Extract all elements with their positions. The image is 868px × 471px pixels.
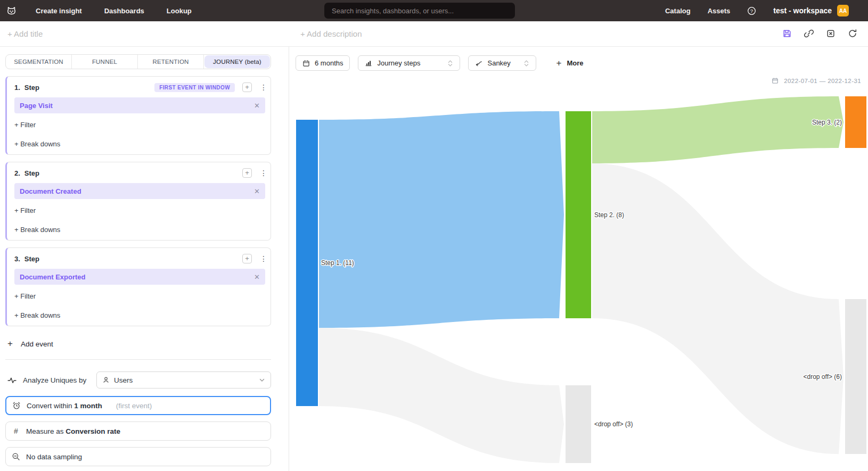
more-options-button[interactable]: + More	[550, 55, 589, 71]
first-event-badge: FIRST EVENT IN WINDOW	[154, 83, 235, 92]
navbar-right: Catalog Assets ? test - workspace AA	[648, 5, 849, 16]
event-row[interactable]: Document Created ✕	[14, 183, 265, 199]
analyze-by-select[interactable]: Users	[96, 371, 271, 389]
hash-icon: #	[12, 427, 20, 435]
svg-text:?: ?	[750, 7, 753, 13]
sankey-link-step1-drop3[interactable]	[319, 328, 564, 463]
app-logo-cat-icon[interactable]	[5, 5, 18, 17]
chart-type-select[interactable]: Sankey	[468, 55, 536, 71]
tab-retention[interactable]: RETENTION	[138, 55, 204, 69]
calendar-icon	[302, 60, 310, 67]
nav-assets[interactable]: Assets	[708, 7, 731, 15]
activity-icon	[7, 376, 17, 385]
nav-dashboards[interactable]: Dashboards	[104, 7, 144, 15]
step-title: Step	[24, 255, 39, 263]
add-filter-link[interactable]: + Filter	[14, 292, 265, 300]
add-description-field[interactable]: + Add description	[300, 29, 362, 38]
data-sampling-text: No data sampling	[26, 453, 82, 461]
sankey-label-step3: Step 3. (2)	[812, 119, 842, 126]
sankey-link-step2-drop6[interactable]	[592, 163, 844, 454]
sankey-svg: Step 1. (11)Step 2. (8)Step 3. (2)<drop …	[282, 75, 868, 471]
data-sampling-button[interactable]: No data sampling	[5, 447, 271, 466]
add-filter-link[interactable]: + Filter	[14, 121, 265, 129]
left-panel: SEGMENTATION FUNNEL RETENTION JOURNEY (b…	[0, 47, 289, 471]
event-row[interactable]: Document Exported ✕	[14, 269, 265, 285]
remove-event-icon[interactable]: ✕	[254, 273, 260, 281]
step-title: Step	[24, 84, 39, 92]
conversion-window-text: Convert within 1 month	[27, 402, 102, 410]
top-navbar: Create insight Dashboards Lookup Catalog…	[0, 0, 868, 21]
bar-chart-icon	[365, 60, 372, 67]
step-menu-icon[interactable]: ⋮	[260, 169, 265, 177]
measure-as-text: Measure as Conversion rate	[26, 427, 120, 435]
zoom-out-icon	[12, 452, 20, 461]
step-card-1: 1. Step FIRST EVENT IN WINDOW + ⋮ Page V…	[5, 76, 271, 155]
add-title-field[interactable]: + Add title	[7, 29, 43, 38]
sankey-link-step2-step3[interactable]	[592, 96, 844, 163]
select-caret-icon	[447, 60, 453, 67]
conversion-window-button[interactable]: Convert within 1 month (first event)	[5, 396, 271, 415]
sankey-icon	[475, 60, 482, 67]
sankey-node-step3[interactable]	[845, 96, 866, 148]
add-event-button[interactable]: + Add event	[5, 338, 271, 349]
save-icon[interactable]	[782, 29, 792, 38]
analyze-by-value: Users	[114, 376, 133, 384]
add-filter-link[interactable]: + Filter	[14, 206, 265, 214]
remove-event-icon[interactable]: ✕	[254, 102, 260, 110]
add-event-to-step-button[interactable]: +	[242, 168, 252, 178]
event-name[interactable]: Document Created	[20, 187, 81, 195]
export-x-icon[interactable]	[826, 29, 836, 38]
add-breakdown-link[interactable]: + Break downs	[14, 226, 265, 234]
sankey-label-drop6: <drop off> (6)	[804, 373, 842, 381]
conversion-window-hint: (first event)	[116, 402, 152, 410]
help-icon[interactable]: ?	[747, 6, 756, 15]
copy-link-icon[interactable]	[804, 29, 814, 38]
sankey-node-drop3[interactable]	[566, 385, 591, 463]
alarm-clock-icon	[12, 401, 21, 410]
nav-lookup[interactable]: Lookup	[167, 7, 192, 15]
event-name[interactable]: Document Exported	[20, 273, 86, 281]
chart-toolbar: 6 months Journey steps	[289, 47, 868, 71]
tab-funnel[interactable]: FUNNEL	[72, 55, 138, 69]
step-title: Step	[24, 169, 39, 177]
step-menu-icon[interactable]: ⋮	[260, 83, 265, 92]
title-bar: + Add title + Add description	[0, 21, 868, 47]
chart-view-select[interactable]: Journey steps	[358, 55, 460, 71]
step-number: 3.	[14, 255, 20, 263]
search-input[interactable]	[324, 3, 515, 19]
workspace-name[interactable]: test - workspace	[773, 6, 832, 15]
date-range-button[interactable]: 6 months	[296, 55, 350, 71]
sankey-label-drop3: <drop off> (3)	[594, 420, 633, 428]
step-number: 2.	[14, 169, 20, 177]
refresh-icon[interactable]	[848, 29, 857, 38]
analyze-label: Analyze Uniques by	[23, 376, 86, 384]
step-menu-icon[interactable]: ⋮	[260, 254, 265, 263]
add-event-to-step-button[interactable]: +	[242, 82, 252, 92]
panel-divider	[5, 359, 271, 360]
event-name[interactable]: Page Visit	[20, 102, 53, 110]
measure-as-button[interactable]: # Measure as Conversion rate	[5, 422, 271, 441]
nav-create-insight[interactable]: Create insight	[36, 7, 82, 15]
insight-type-tabs: SEGMENTATION FUNNEL RETENTION JOURNEY (b…	[5, 54, 271, 69]
add-event-to-step-button[interactable]: +	[242, 254, 252, 263]
sankey-node-step1[interactable]	[296, 120, 318, 406]
analyze-row: Analyze Uniques by Users	[5, 371, 271, 389]
nav-catalog[interactable]: Catalog	[665, 7, 691, 15]
main-area: 6 months Journey steps	[289, 47, 868, 471]
plus-icon: +	[556, 58, 561, 69]
plus-icon: +	[7, 338, 13, 349]
step-card-3: 3. Step + ⋮ Document Exported ✕ + Filter…	[5, 247, 271, 326]
sankey-label-step1: Step 1. (11)	[321, 259, 354, 267]
event-row[interactable]: Page Visit ✕	[14, 97, 265, 113]
sankey-node-step2[interactable]	[566, 111, 591, 318]
add-breakdown-link[interactable]: + Break downs	[14, 311, 265, 319]
tab-journey[interactable]: JOURNEY (beta)	[204, 55, 270, 68]
avatar[interactable]: AA	[837, 5, 849, 16]
add-breakdown-link[interactable]: + Break downs	[14, 140, 265, 148]
sankey-node-drop6[interactable]	[845, 299, 866, 454]
tab-segmentation[interactable]: SEGMENTATION	[6, 55, 72, 69]
remove-event-icon[interactable]: ✕	[254, 187, 260, 195]
step-number: 1.	[14, 84, 20, 92]
user-icon	[102, 376, 110, 384]
sankey-link-step1-step2[interactable]	[319, 111, 564, 328]
